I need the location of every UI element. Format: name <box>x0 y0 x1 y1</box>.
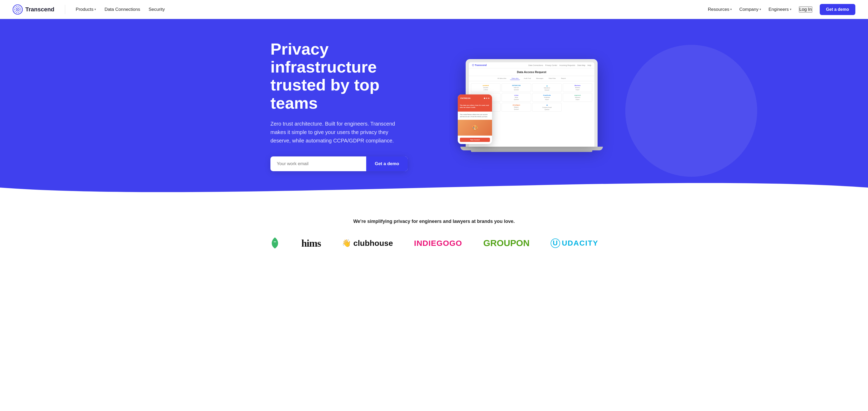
hero-subtitle: Zero trust architecture. Built for engin… <box>271 120 408 145</box>
clubhouse-wave-icon: 👋 <box>342 239 351 248</box>
mobile-content: The data we collect, how it's used, and … <box>458 102 492 112</box>
nav-resources[interactable]: Resources ▾ <box>708 7 732 12</box>
screen-nav-item: Privacy Center <box>545 64 557 66</box>
laptop-base-bottom <box>471 150 592 152</box>
nav-company-label: Company <box>739 7 758 12</box>
nav-security[interactable]: Security <box>149 7 165 12</box>
screen-tabs: All data silos Data silos Audit Trail Me… <box>469 76 594 81</box>
udacity-label: UDACITY <box>562 239 598 248</box>
hims-logo: hims <box>301 238 321 249</box>
screen-tab-active[interactable]: Data silos <box>510 77 520 80</box>
navbar-right: Resources ▾ Company ▾ Engineers ▾ Log In… <box>708 4 855 15</box>
screen-logo-item: @mailgun Mailgun Queued <box>501 103 531 112</box>
hero-wave <box>0 172 868 203</box>
laptop-base <box>460 147 603 150</box>
brand-groupon[interactable]: GROUPON <box>483 238 530 248</box>
hero-content: Privacy infrastructure trusted by top te… <box>271 40 424 171</box>
svg-point-3 <box>17 9 18 10</box>
screen-logo-item: stripe Stripe Queued <box>501 93 531 102</box>
indiegogo-logo: INDIEGOGO <box>414 239 462 248</box>
screen-tab[interactable]: Report <box>560 77 567 80</box>
trusted-section: We're simplifying privacy for engineers … <box>0 203 868 263</box>
mobile-content-text: The data we collect, how it's used, and … <box>460 104 490 109</box>
get-demo-hero-button[interactable]: Get a demo <box>366 156 408 171</box>
hero-decorative-circle <box>625 45 757 177</box>
mobile-mockup: PATREON The data we collect, how it's us… <box>458 94 492 144</box>
brand-udacity[interactable]: U UDACITY <box>551 239 598 248</box>
screen-nav-item: Help <box>588 64 591 66</box>
hero-email-form: Get a demo <box>271 156 408 171</box>
nav-engineers-label: Engineers <box>769 7 789 12</box>
brand-hims[interactable]: hims <box>301 238 321 249</box>
screen-nav-item: Data Map <box>577 64 585 66</box>
mobile-body-text: This is what Patreon collects from your … <box>460 114 490 118</box>
screen-nav-item: Data Connections <box>528 64 543 66</box>
hero-title: Privacy infrastructure trusted by top te… <box>271 40 424 112</box>
login-button[interactable]: Log In <box>799 6 812 13</box>
brand-clubhouse[interactable]: 👋 clubhouse <box>342 239 393 248</box>
screen-logo-item: ☁ Salesforce Queued <box>532 83 562 92</box>
robinhood-icon <box>270 237 280 250</box>
mobile-dots <box>484 98 489 99</box>
mobile-image: 🎨 <box>458 120 492 135</box>
nav-security-label: Security <box>149 7 165 12</box>
screen-nav-item: Incoming Requests <box>559 64 575 66</box>
email-input[interactable] <box>271 156 366 171</box>
mobile-dot <box>488 98 489 99</box>
secondary-nav: Resources ▾ Company ▾ Engineers ▾ <box>708 7 792 12</box>
brand-indiegogo[interactable]: INDIEGOGO <box>414 239 462 248</box>
chevron-down-icon: ▾ <box>760 8 761 11</box>
mobile-dot <box>486 98 487 99</box>
nav-company[interactable]: Company ▾ <box>739 7 761 12</box>
hero-screenshot: ⬡ Transcend Data Connections Privacy Cen… <box>466 59 597 152</box>
nav-resources-label: Resources <box>708 7 729 12</box>
primary-nav: Products ▾ Data Connections Security <box>76 7 165 12</box>
screen-tab[interactable]: Data Files <box>547 77 557 80</box>
udacity-u-icon: U <box>551 239 560 248</box>
screen-logo-item: zendesk Zendesk ● Done <box>471 83 500 92</box>
get-demo-nav-button[interactable]: Get a demo <box>820 4 855 15</box>
trusted-tagline: We're simplifying privacy for engineers … <box>10 219 858 224</box>
screen-logo-item: INTERCOM Intercom Queued <box>501 83 531 92</box>
nav-products[interactable]: Products ▾ <box>76 7 96 12</box>
nav-products-label: Products <box>76 7 93 12</box>
hero-section: Privacy infrastructure trusted by top te… <box>0 19 868 203</box>
mobile-dot <box>484 98 485 99</box>
screen-title: Data Access Request <box>469 68 594 76</box>
logo-text: Transcend <box>25 6 54 13</box>
clubhouse-logo: 👋 clubhouse <box>342 239 393 248</box>
nav-data-connections-label: Data Connections <box>104 7 140 12</box>
mobile-body: This is what Patreon collects from your … <box>458 112 492 120</box>
logo[interactable]: Transcend <box>13 4 54 14</box>
screen-logo-item: Amplitude Amplitude Import <box>532 93 562 102</box>
screen-logo-item: segment Segment Import <box>563 93 592 102</box>
udacity-logo: U UDACITY <box>551 239 598 248</box>
groupon-logo: GROUPON <box>483 238 530 248</box>
mobile-cta-button[interactable]: Take Control <box>460 138 490 142</box>
chevron-down-icon: ▾ <box>94 8 96 11</box>
nav-data-connections[interactable]: Data Connections <box>104 7 140 12</box>
screen-nav: Data Connections Privacy Center Incoming… <box>528 64 591 66</box>
screen-tab[interactable]: Audit Trail <box>522 77 532 80</box>
trusted-logos: hims 👋 clubhouse INDIEGOGO GROUPON U UDA… <box>10 237 858 250</box>
brand-robinhood[interactable] <box>270 237 280 250</box>
navbar-left: Transcend Products ▾ Data Connections Se… <box>13 4 165 14</box>
mobile-footer: Take Control <box>458 135 492 144</box>
chevron-down-icon: ▾ <box>790 8 792 11</box>
hero-inner: Privacy infrastructure trusted by top te… <box>249 40 619 171</box>
screen-transcend-logo: ⬡ Transcend <box>472 64 487 66</box>
logo-icon <box>13 4 23 14</box>
screen-tab[interactable]: Messages <box>534 77 545 80</box>
mobile-app-title: PATREON <box>460 97 470 99</box>
clubhouse-label: clubhouse <box>353 239 393 248</box>
mobile-header: PATREON <box>458 94 492 102</box>
navbar: Transcend Products ▾ Data Connections Se… <box>0 0 868 19</box>
nav-engineers[interactable]: Engineers ▾ <box>769 7 792 12</box>
chevron-down-icon: ▾ <box>730 8 732 11</box>
screen-logo-item: Marketo Marketo Import <box>563 83 592 92</box>
screen-tab[interactable]: All data silos <box>496 77 508 80</box>
screen-topbar: ⬡ Transcend Data Connections Privacy Cen… <box>469 62 594 68</box>
screen-logo-item: ✉ Company Email Queued <box>532 103 562 112</box>
